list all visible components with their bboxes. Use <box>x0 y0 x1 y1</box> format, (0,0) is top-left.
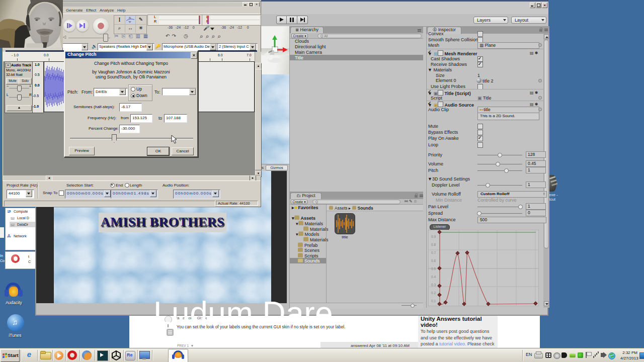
svg-text:0.6: 0.6 <box>431 259 436 262</box>
svg-text:0.2: 0.2 <box>431 291 436 295</box>
svg-text:0.4: 0.4 <box>431 275 436 279</box>
svg-text:0.7: 0.7 <box>431 251 436 254</box>
svg-text:0.1: 0.1 <box>431 299 436 303</box>
svg-text:0.9: 0.9 <box>431 235 436 238</box>
svg-text:0.5: 0.5 <box>431 267 436 270</box>
svg-text:0.8: 0.8 <box>431 243 436 246</box>
svg-text:0.3: 0.3 <box>431 283 436 287</box>
